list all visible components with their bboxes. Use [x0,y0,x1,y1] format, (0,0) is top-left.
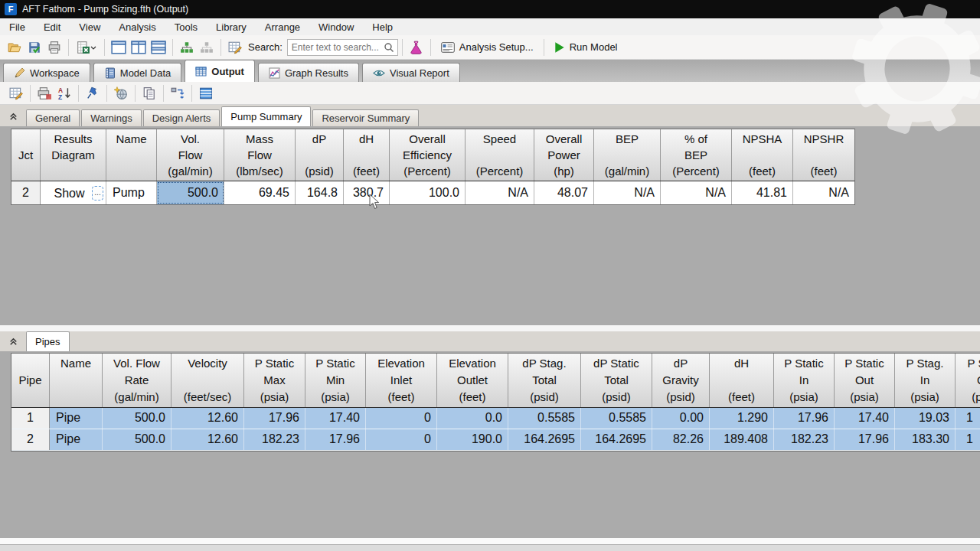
pipe2-pstatic-out-cell[interactable]: 17.96 [835,429,895,450]
pipe1-elev-outlet-cell[interactable]: 0.0 [437,408,508,429]
pipe1-pstatic-max-cell[interactable]: 17.96 [244,408,305,429]
pipe1-dh-cell[interactable]: 1.290 [710,408,774,429]
search-box[interactable] [287,39,398,56]
secondary-windows-button[interactable] [197,37,217,57]
pipe2-elev-inlet-cell[interactable]: 0 [366,429,437,450]
col-mass-flow[interactable]: MassFlow(lbm/sec) [224,129,296,181]
col-vol-flow[interactable]: Vol.Flow(gal/min) [157,129,224,181]
pipe2-dh-cell[interactable]: 189.408 [710,429,774,450]
pump-bep-cell[interactable]: N/A [594,181,661,204]
menu-window[interactable]: Window [309,18,363,35]
col-pct-bep[interactable]: % ofBEP(Percent) [661,129,732,181]
pane-splitter[interactable] [0,325,980,331]
pipe2-pstatic-max-cell[interactable]: 182.23 [244,429,305,450]
col-dp[interactable]: dP(psid) [296,129,344,181]
tab-pump-summary[interactable]: Pump Summary [221,106,311,126]
pipe1-dp-static-total-cell[interactable]: 0.5585 [581,408,652,429]
col-overall-power[interactable]: OverallPower(hp) [534,129,594,181]
pipe1-velocity-cell[interactable]: 12.60 [172,408,244,429]
pump-overall-power-cell[interactable]: 48.07 [534,181,594,204]
tab-reservoir-summary[interactable]: Reservoir Summary [312,109,419,126]
pipe2-dp-static-total-cell[interactable]: 164.2695 [581,429,652,450]
pipe1-dp-gravity-cell[interactable]: 0.00 [652,408,710,429]
transfer-results-button[interactable] [168,83,188,103]
pipe1-pstag-out-cell[interactable]: 1 [956,408,980,429]
pipe1-pstatic-out-cell[interactable]: 17.40 [835,408,895,429]
col-bep[interactable]: BEP(gal/min) [594,129,661,181]
pump-name-cell[interactable]: Pump [106,181,157,204]
menu-analysis[interactable]: Analysis [109,18,165,35]
output-display-button[interactable] [196,83,216,103]
pipe1-id-cell[interactable]: 1 [11,408,50,429]
col-pstatic-min[interactable]: P StaticMin(psia) [305,354,366,407]
col-npshr[interactable]: NPSHR(feet) [793,129,854,181]
pipe2-velocity-cell[interactable]: 12.60 [172,429,244,450]
fluid-properties-button[interactable] [407,37,426,57]
col-dp-stag-total[interactable]: dP Stag.Total(psid) [508,354,581,407]
output-settings-button[interactable] [6,83,26,103]
menu-view[interactable]: View [70,18,109,35]
tab-output[interactable]: Output [185,60,255,82]
pump-vol-flow-cell[interactable]: 500.0 [157,181,224,204]
layout-two-rows-button[interactable] [149,37,168,57]
pump-results-diagram-cell[interactable]: Show ... [41,181,106,204]
col-pstatic-in[interactable]: P StaticIn(psia) [774,354,835,407]
col-speed[interactable]: Speed(Percent) [466,129,534,181]
pipe2-vol-flow-cell[interactable]: 500.0 [103,429,172,450]
tab-pipes[interactable]: Pipes [26,331,70,351]
tab-general[interactable]: General [26,109,80,126]
output-print-button[interactable] [34,83,54,103]
analysis-setup-button[interactable]: Analysis Setup... [435,37,540,57]
open-button[interactable] [5,37,24,57]
layout-single-pane-button[interactable] [109,37,129,57]
col-elevation-inlet[interactable]: ElevationInlet(feet) [366,354,437,407]
pump-speed-cell[interactable]: N/A [466,181,534,204]
layout-two-columns-button[interactable] [129,37,149,57]
col-pstatic-max[interactable]: P StaticMax(psia) [244,354,305,407]
copy-button[interactable] [139,83,159,103]
pipe2-dp-stag-total-cell[interactable]: 164.2695 [508,429,581,450]
pipe2-dp-gravity-cell[interactable]: 82.26 [652,429,710,450]
tab-warnings[interactable]: Warnings [81,109,141,126]
pipe2-name-cell[interactable]: Pipe [50,429,103,450]
menu-help[interactable]: Help [363,18,402,35]
pipe2-pstag-out-cell[interactable]: 1 [956,429,980,450]
search-input[interactable] [288,42,384,53]
pipe1-pstatic-min-cell[interactable]: 17.40 [305,408,366,429]
tab-visual-report[interactable]: Visual Report [362,63,460,82]
menu-arrange[interactable]: Arrange [256,18,309,35]
col-pstag-in[interactable]: P Stag.In(psia) [895,354,956,407]
export-excel-button[interactable] [73,37,100,57]
pipe2-pstatic-min-cell[interactable]: 17.96 [305,429,366,450]
highlight-new-button[interactable] [111,83,131,103]
pipe1-pstatic-in-cell[interactable]: 17.96 [774,408,835,429]
pin-results-button[interactable] [83,83,103,103]
col-dp-static-total[interactable]: dP StaticTotal(psid) [581,354,652,407]
menu-file[interactable]: File [0,18,34,35]
menu-library[interactable]: Library [207,18,256,35]
sort-button[interactable]: AZ [54,83,74,103]
print-button[interactable] [44,37,64,57]
col-dh[interactable]: dH(feet) [344,129,390,181]
tab-workspace[interactable]: Workspace [3,63,90,82]
col-name[interactable]: Name [106,129,157,181]
run-model-button[interactable]: Run Model [548,37,624,57]
annotation-button[interactable] [225,37,245,57]
col-results-diagram[interactable]: ResultsDiagram [41,129,106,181]
col-npsha[interactable]: NPSHA(feet) [732,129,793,181]
col-pstag-out[interactable]: P Stag.Out(psia) [956,354,980,407]
tab-design-alerts[interactable]: Design Alerts [143,109,220,126]
col-vol-flow-rate[interactable]: Vol. FlowRate(gal/min) [103,354,172,407]
pump-pct-bep-cell[interactable]: N/A [661,181,732,204]
pump-mass-flow-cell[interactable]: 69.45 [224,181,296,204]
collapse-pipes-button[interactable] [5,334,21,349]
col-velocity[interactable]: Velocity(feet/sec) [172,354,244,407]
pump-dp-cell[interactable]: 164.8 [296,181,344,204]
menu-edit[interactable]: Edit [34,18,70,35]
tab-graph-results[interactable]: Graph Results [258,63,359,82]
show-label[interactable]: Show [54,182,84,204]
search-icon[interactable] [384,42,394,53]
col-pipe-name[interactable]: Name [50,354,103,407]
pipe1-vol-flow-cell[interactable]: 500.0 [103,408,172,429]
col-jct[interactable]: Jct [11,129,41,181]
